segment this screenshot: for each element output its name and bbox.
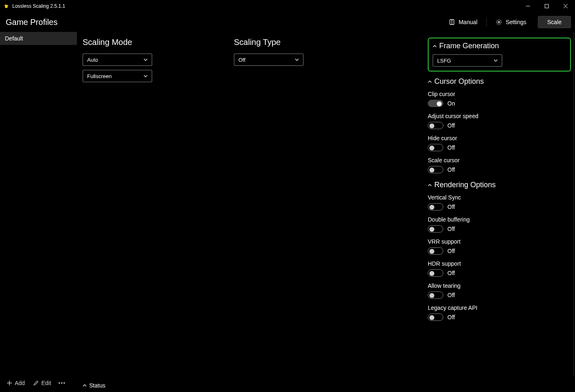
toggle-vertical-sync[interactable] <box>428 203 443 211</box>
status-toggle[interactable]: Status <box>83 382 106 389</box>
svg-rect-2 <box>545 4 549 8</box>
chevron-up-icon <box>428 184 432 186</box>
scaling-mode-combo[interactable]: Auto <box>83 54 152 66</box>
option-clip-cursor: Clip cursorOn <box>428 91 571 107</box>
option-label: Legacy capture API <box>428 305 571 311</box>
toggle-state: Off <box>447 144 455 151</box>
option-label: Hide cursor <box>428 135 571 141</box>
option-label: Double buffering <box>428 216 571 223</box>
option-hdr-support: HDR supportOff <box>428 260 571 277</box>
app-icon <box>3 3 10 9</box>
manual-label: Manual <box>458 19 477 25</box>
profile-list: Default <box>0 32 77 374</box>
header-divider <box>486 18 487 27</box>
toggle-hdr-support[interactable] <box>428 269 443 277</box>
more-profile-button[interactable] <box>56 381 67 385</box>
toggle-state: Off <box>447 248 455 254</box>
scaling-type-column: Scaling Type Off <box>234 38 385 392</box>
chevron-up-icon <box>428 81 432 83</box>
main: Default Add Edit Scaling Mode Auto <box>0 32 575 392</box>
page-title: Game Profiles <box>6 18 58 27</box>
settings-label: Settings <box>505 19 526 25</box>
option-double-buffering: Double bufferingOff <box>428 216 571 233</box>
header: Game Profiles Manual Settings Scale <box>0 12 575 32</box>
toggle-state: Off <box>447 122 455 129</box>
option-label: Allow tearing <box>428 282 571 289</box>
window-title: Lossless Scaling 2.5.1.1 <box>12 3 65 9</box>
toggle-vrr-support[interactable] <box>428 247 443 255</box>
chevron-down-icon <box>494 59 498 62</box>
scaling-mode-column: Scaling Mode Auto Fullscreen <box>83 38 234 392</box>
option-vrr-support: VRR supportOff <box>428 238 571 255</box>
content: Scaling Mode Auto Fullscreen Scaling Typ… <box>77 32 575 392</box>
option-label: HDR support <box>428 260 571 267</box>
toggle-state: Off <box>447 204 455 210</box>
title-bar: Lossless Scaling 2.5.1.1 <box>0 0 575 12</box>
chevron-up-icon <box>433 45 437 47</box>
option-legacy-capture-api: Legacy capture APIOff <box>428 305 571 321</box>
option-vertical-sync: Vertical SyncOff <box>428 194 571 211</box>
frame-generation-section: Frame Generation LSFG <box>428 38 571 72</box>
edit-profile-button[interactable]: Edit <box>30 378 54 388</box>
toggle-adjust-cursor-speed[interactable] <box>428 122 443 129</box>
close-button[interactable] <box>556 0 575 12</box>
scaling-type-combo[interactable]: Off <box>234 54 303 66</box>
chevron-up-icon <box>83 384 87 387</box>
toggle-state: Off <box>447 270 455 276</box>
option-label: Vertical Sync <box>428 194 571 201</box>
option-label: VRR support <box>428 238 571 245</box>
svg-point-11 <box>61 383 63 384</box>
toggle-double-buffering[interactable] <box>428 225 443 233</box>
profile-item-default[interactable]: Default <box>0 32 77 45</box>
toggle-clip-cursor[interactable] <box>428 100 443 107</box>
option-scale-cursor: Scale cursorOff <box>428 157 571 173</box>
toggle-allow-tearing[interactable] <box>428 291 443 299</box>
svg-point-0 <box>6 5 6 5</box>
frame-generation-combo[interactable]: LSFG <box>433 54 502 67</box>
option-allow-tearing: Allow tearingOff <box>428 282 571 299</box>
plus-icon <box>7 380 12 386</box>
option-label: Adjust cursor speed <box>428 113 571 119</box>
rendering-options-section: Rendering Options Vertical SyncOffDouble… <box>428 181 571 321</box>
scale-button[interactable]: Scale <box>538 16 571 28</box>
gear-icon <box>496 19 502 25</box>
svg-point-12 <box>64 383 65 384</box>
toggle-state: Off <box>447 226 455 232</box>
frame-generation-header[interactable]: Frame Generation <box>433 42 566 50</box>
toggle-legacy-capture-api[interactable] <box>428 314 443 321</box>
sidebar: Default Add Edit <box>0 32 77 392</box>
option-label: Scale cursor <box>428 157 571 164</box>
chevron-down-icon <box>144 75 148 77</box>
toggle-state: Off <box>447 166 455 173</box>
scrollbar[interactable] <box>573 32 574 376</box>
svg-point-10 <box>59 383 60 384</box>
chevron-down-icon <box>295 58 299 61</box>
chevron-down-icon <box>144 58 148 61</box>
settings-button[interactable]: Settings <box>490 16 532 28</box>
rendering-options-header[interactable]: Rendering Options <box>428 181 571 189</box>
option-label: Clip cursor <box>428 91 571 97</box>
toggle-state: On <box>447 100 455 107</box>
option-hide-cursor: Hide cursorOff <box>428 135 571 151</box>
toggle-hide-cursor[interactable] <box>428 144 443 151</box>
options-column: Frame Generation LSFG Cursor Options Cli… <box>428 38 571 392</box>
svg-point-7 <box>498 21 500 23</box>
scaling-type-title: Scaling Type <box>234 38 385 47</box>
cursor-options-section: Cursor Options Clip cursorOnAdjust curso… <box>428 77 571 173</box>
minimize-button[interactable] <box>519 0 537 12</box>
toggle-state: Off <box>447 314 455 320</box>
scaling-mode-title: Scaling Mode <box>83 38 234 47</box>
add-profile-button[interactable]: Add <box>3 378 28 388</box>
toggle-state: Off <box>447 292 455 298</box>
sidebar-footer: Add Edit <box>0 374 77 392</box>
cursor-options-header[interactable]: Cursor Options <box>428 77 571 86</box>
manual-button[interactable]: Manual <box>443 16 483 28</box>
ellipsis-icon <box>58 382 65 384</box>
scaling-mode-window-combo[interactable]: Fullscreen <box>83 70 152 82</box>
toggle-scale-cursor[interactable] <box>428 166 443 173</box>
pencil-icon <box>33 380 39 386</box>
option-adjust-cursor-speed: Adjust cursor speedOff <box>428 113 571 129</box>
maximize-button[interactable] <box>537 0 556 12</box>
book-icon <box>449 19 455 25</box>
